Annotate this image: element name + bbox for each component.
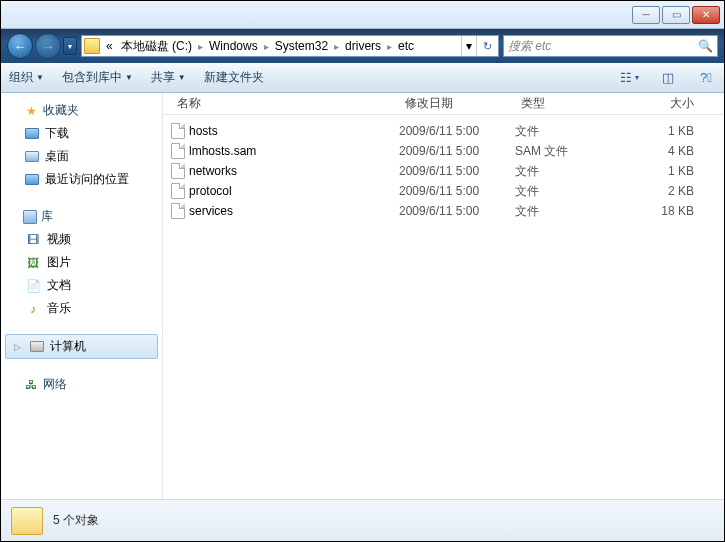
- breadcrumb-seg[interactable]: 本地磁盘 (C:): [117, 36, 196, 56]
- column-size[interactable]: 大小: [615, 95, 724, 112]
- file-date: 2009/6/11 5:00: [399, 164, 515, 178]
- sidebar: ★收藏夹 下载 桌面 最近访问的位置 库 🎞视频 🖼图片 📄文档 ♪音乐 ▷计算…: [1, 93, 163, 499]
- breadcrumb-seg[interactable]: etc: [394, 36, 418, 56]
- file-type: 文件: [515, 123, 615, 140]
- file-type: 文件: [515, 183, 615, 200]
- file-type: 文件: [515, 163, 615, 180]
- sidebar-item-pictures[interactable]: 🖼图片: [1, 251, 162, 274]
- file-date: 2009/6/11 5:00: [399, 144, 515, 158]
- chevron-icon: ▸: [262, 41, 271, 52]
- maximize-button[interactable]: ▭: [662, 6, 690, 24]
- file-icon: [171, 203, 185, 219]
- file-icon: [171, 163, 185, 179]
- file-row[interactable]: services2009/6/11 5:00文件18 KB: [171, 201, 724, 221]
- nav-history-dropdown[interactable]: ▾: [63, 37, 77, 55]
- column-name[interactable]: 名称: [171, 95, 399, 112]
- sidebar-item-music[interactable]: ♪音乐: [1, 297, 162, 320]
- network-icon: 🖧: [23, 377, 39, 393]
- new-folder-button[interactable]: 新建文件夹: [204, 69, 264, 86]
- file-icon: [171, 143, 185, 159]
- file-size: 4 KB: [615, 144, 724, 158]
- file-date: 2009/6/11 5:00: [399, 204, 515, 218]
- status-text: 5 个对象: [53, 512, 99, 529]
- sidebar-favorites-header[interactable]: ★收藏夹: [1, 99, 162, 122]
- refresh-icon[interactable]: ↻: [476, 35, 498, 57]
- file-name: lmhosts.sam: [189, 144, 256, 158]
- address-bar: ← → ▾ « 本地磁盘 (C:)▸ Windows▸ System32▸ dr…: [1, 29, 724, 63]
- preview-pane-button[interactable]: ◫: [658, 68, 678, 88]
- nav-buttons: ← → ▾: [7, 33, 77, 59]
- folder-icon: [84, 38, 100, 54]
- sidebar-item-desktop[interactable]: 桌面: [1, 145, 162, 168]
- sidebar-item-network[interactable]: 🖧网络: [1, 373, 162, 396]
- column-type[interactable]: 类型: [515, 95, 615, 112]
- file-row[interactable]: hosts2009/6/11 5:00文件1 KB: [171, 121, 724, 141]
- sidebar-item-computer[interactable]: ▷计算机: [5, 334, 158, 359]
- window-titlebar: ─ ▭ ✕: [1, 1, 724, 29]
- file-name: hosts: [189, 124, 218, 138]
- expand-icon: ▷: [14, 342, 24, 352]
- folder-icon: [25, 128, 39, 139]
- sidebar-item-downloads[interactable]: 下载: [1, 122, 162, 145]
- breadcrumb-dropdown[interactable]: ▾: [461, 36, 476, 56]
- minimize-button[interactable]: ─: [632, 6, 660, 24]
- folder-icon: [25, 174, 39, 185]
- chevron-down-icon: ▼: [125, 73, 133, 82]
- folder-icon: [11, 507, 43, 535]
- close-button[interactable]: ✕: [692, 6, 720, 24]
- status-bar: 5 个对象: [1, 499, 724, 541]
- file-date: 2009/6/11 5:00: [399, 124, 515, 138]
- star-icon: ★: [23, 103, 39, 119]
- chevron-down-icon: ▼: [36, 73, 44, 82]
- back-button[interactable]: ←: [7, 33, 33, 59]
- sidebar-libraries-header[interactable]: 库: [1, 205, 162, 228]
- search-icon: 🔍: [698, 39, 713, 53]
- file-name: networks: [189, 164, 237, 178]
- include-in-library-menu[interactable]: 包含到库中▼: [62, 69, 133, 86]
- video-icon: 🎞: [25, 232, 41, 248]
- search-input[interactable]: 搜索 etc 🔍: [503, 35, 718, 57]
- file-size: 2 KB: [615, 184, 724, 198]
- help-button[interactable]: ?⃝: [696, 68, 716, 88]
- file-type: SAM 文件: [515, 143, 615, 160]
- breadcrumb-seg[interactable]: System32: [271, 36, 332, 56]
- column-headers: 名称 修改日期 类型 大小: [163, 93, 724, 115]
- file-type: 文件: [515, 203, 615, 220]
- chevron-down-icon: ▼: [178, 73, 186, 82]
- file-size: 18 KB: [615, 204, 724, 218]
- toolbar: 组织▼ 包含到库中▼ 共享▼ 新建文件夹 ☷▼ ◫ ?⃝: [1, 63, 724, 93]
- sidebar-item-documents[interactable]: 📄文档: [1, 274, 162, 297]
- breadcrumb-prefix: «: [102, 36, 117, 56]
- document-icon: 📄: [25, 278, 41, 294]
- breadcrumb[interactable]: « 本地磁盘 (C:)▸ Windows▸ System32▸ drivers▸…: [81, 35, 499, 57]
- chevron-icon: ▸: [196, 41, 205, 52]
- column-date[interactable]: 修改日期: [399, 95, 515, 112]
- file-name: protocol: [189, 184, 232, 198]
- breadcrumb-seg[interactable]: drivers: [341, 36, 385, 56]
- music-icon: ♪: [25, 301, 41, 317]
- file-row[interactable]: protocol2009/6/11 5:00文件2 KB: [171, 181, 724, 201]
- file-size: 1 KB: [615, 164, 724, 178]
- chevron-icon: ▸: [332, 41, 341, 52]
- file-list: hosts2009/6/11 5:00文件1 KBlmhosts.sam2009…: [163, 115, 724, 499]
- desktop-icon: [25, 151, 39, 162]
- file-icon: [171, 123, 185, 139]
- forward-button[interactable]: →: [35, 33, 61, 59]
- organize-menu[interactable]: 组织▼: [9, 69, 44, 86]
- file-name: services: [189, 204, 233, 218]
- computer-icon: [30, 341, 44, 352]
- file-size: 1 KB: [615, 124, 724, 138]
- view-options-button[interactable]: ☷▼: [620, 68, 640, 88]
- sidebar-item-recent[interactable]: 最近访问的位置: [1, 168, 162, 191]
- search-placeholder: 搜索 etc: [508, 38, 551, 55]
- chevron-icon: ▸: [385, 41, 394, 52]
- share-menu[interactable]: 共享▼: [151, 69, 186, 86]
- file-icon: [171, 183, 185, 199]
- file-pane: 名称 修改日期 类型 大小 hosts2009/6/11 5:00文件1 KBl…: [163, 93, 724, 499]
- sidebar-item-videos[interactable]: 🎞视频: [1, 228, 162, 251]
- library-icon: [23, 210, 37, 224]
- file-row[interactable]: lmhosts.sam2009/6/11 5:00SAM 文件4 KB: [171, 141, 724, 161]
- file-row[interactable]: networks2009/6/11 5:00文件1 KB: [171, 161, 724, 181]
- file-date: 2009/6/11 5:00: [399, 184, 515, 198]
- breadcrumb-seg[interactable]: Windows: [205, 36, 262, 56]
